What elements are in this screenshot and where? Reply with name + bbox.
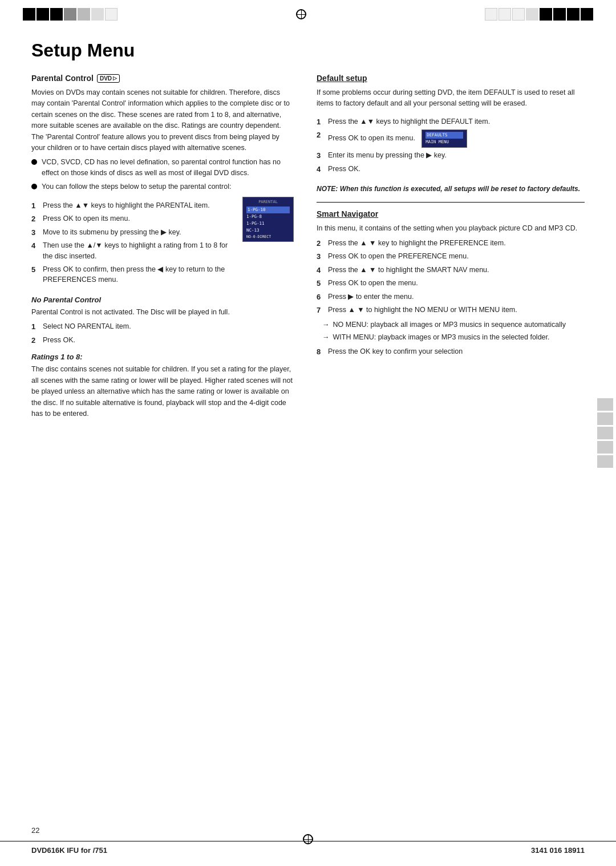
- smart-nav-final-step: 8 Press the OK key to confirm your selec…: [317, 346, 585, 358]
- smart-navigator-steps-list: 2 Press the ▲ ▼ key to highlight the PRE…: [317, 238, 585, 316]
- arrow-item-with-menu: → WITH MENU: playback images or MP3 musi…: [322, 332, 585, 343]
- smart-navigator-title: Smart Navigator: [317, 209, 378, 218]
- side-tab-marks: [597, 398, 616, 468]
- side-mark-3: [597, 427, 613, 439]
- bullet-text-1: VCD, SVCD, CD has no level defination, s…: [42, 157, 294, 179]
- side-mark-1: [597, 398, 613, 411]
- reg-sq-6: [91, 8, 104, 21]
- ratings-desc: The disc contains scenes not suitable fo…: [31, 364, 294, 419]
- main-content: Setup Menu Parental Control DVD Movies o…: [0, 29, 616, 457]
- with-menu-text: WITH MENU: playback images or MP3 musics…: [333, 332, 550, 343]
- reg-sq-r7: [567, 8, 579, 21]
- page-number: 22: [31, 826, 39, 835]
- default-step-text-3: Enter its menu by pressing the ▶ key.: [328, 150, 447, 161]
- step-text-5: Press OK to confirm, then press the ◀ ke…: [43, 264, 237, 286]
- reg-circle-top: [296, 9, 306, 19]
- step-2: 2 Press OK to open its menu.: [31, 213, 237, 225]
- ratings-title: Ratings 1 to 8:: [31, 353, 83, 361]
- side-mark-4: [597, 441, 613, 454]
- smart-nav-step-text-2: Press the ▲ ▼ key to highlight the PREFE…: [328, 238, 506, 249]
- default-steps-col: 1 Press the ▲▼ keys to highlight the DEF…: [317, 113, 585, 179]
- reg-sq-r6: [553, 8, 566, 21]
- top-registration-bar: [0, 0, 616, 29]
- bullet-item-2: You can follow the steps below to setup …: [31, 181, 294, 192]
- smart-nav-step-5: 5 Press OK to open the menu.: [317, 278, 585, 289]
- parental-menu-thumb: PARENTAL 1-PG-10 1-PG-8 1-PG-11 NC-13 NO…: [242, 197, 294, 242]
- smart-nav-step-text-6: Press ▶ to enter the menu.: [328, 292, 414, 302]
- step-5: 5 Press OK to confirm, then press the ◀ …: [31, 264, 237, 286]
- default-setup-desc: If some problems occur during setting DV…: [317, 87, 585, 110]
- default-setup-section: Default setup If some problems occur dur…: [317, 74, 585, 194]
- step-text-2: Press OK to open its menu.: [43, 213, 130, 224]
- no-parental-steps: 1 Select NO PARENTAL item. 2 Press OK.: [31, 321, 294, 346]
- step-num-5: 5: [31, 264, 39, 276]
- arrow-icon-1: →: [322, 319, 330, 330]
- no-parental-step-text-2: Press OK.: [43, 335, 75, 346]
- parental-control-intro: Movies on DVDs may contain scenes not su…: [31, 87, 294, 153]
- default-setup-title: Default setup: [317, 74, 367, 83]
- no-parental-title: No Parental Control: [31, 296, 101, 304]
- footer-left: DVD616K IFU for /751: [31, 846, 107, 855]
- section-divider: [317, 202, 585, 203]
- parental-steps-list: 1 Press the ▲▼ keys to highlight the PAR…: [31, 200, 237, 286]
- reg-sq-r8: [581, 8, 593, 21]
- reg-sq-r5: [540, 8, 552, 21]
- step-num-1: 1: [31, 200, 39, 212]
- defaults-menu-thumb: DEFAULTS MAIN MENU: [422, 130, 467, 148]
- no-parental-desc: Parental Control is not activated. The D…: [31, 307, 294, 318]
- default-step-2: 2 Press OK to open its menu. DEFAULTS MA…: [317, 130, 585, 148]
- parental-menu-image: PARENTAL 1-PG-10 1-PG-8 1-PG-11 NC-13 NO…: [242, 197, 294, 242]
- step-num-2: 2: [31, 213, 39, 225]
- default-steps-list: 1 Press the ▲▼ keys to highlight the DEF…: [317, 116, 585, 175]
- arrow-icon-2: →: [322, 332, 330, 343]
- side-mark-2: [597, 412, 613, 425]
- smart-nav-step-text-8: Press the OK key to confirm your selecti…: [328, 346, 463, 357]
- no-parental-step-text-1: Select NO PARENTAL item.: [43, 321, 131, 332]
- smart-navigator-heading: Smart Navigator: [317, 209, 585, 218]
- bullet-dot-2: [31, 184, 37, 189]
- default-note: NOTE: When this function is executed, al…: [317, 184, 585, 194]
- default-step-text-2: Press OK to open its menu. DEFAULTS MAIN…: [328, 130, 467, 148]
- reg-sq-2: [37, 8, 49, 21]
- footer-right: 3141 016 18911: [531, 846, 585, 855]
- smart-nav-step-4: 4 Press the ▲ ▼ to highlight the SMART N…: [317, 265, 585, 276]
- reg-sq-4: [64, 8, 76, 21]
- reg-center: [117, 9, 485, 19]
- smart-nav-step-text-4: Press the ▲ ▼ to highlight the SMART NAV…: [328, 265, 489, 276]
- page-title: Setup Menu: [31, 40, 585, 61]
- reg-sq-r4: [526, 8, 538, 21]
- reg-sq-7: [105, 8, 117, 21]
- default-steps-with-image: 1 Press the ▲▼ keys to highlight the DEF…: [317, 113, 585, 179]
- step-text-4: Then use the ▲/▼ keys to highlight a rat…: [43, 240, 237, 262]
- menu-row-highlight: 1-PG-10: [246, 207, 290, 213]
- default-step-3: 3 Enter its menu by pressing the ▶ key.: [317, 150, 585, 161]
- smart-nav-step-8: 8 Press the OK key to confirm your selec…: [317, 346, 585, 358]
- parental-control-title: Parental Control: [31, 74, 94, 83]
- smart-nav-step-text-3: Press OK to open the PREFERENCE menu.: [328, 251, 469, 262]
- default-step-1: 1 Press the ▲▼ keys to highlight the DEF…: [317, 116, 585, 128]
- smart-navigator-section: Smart Navigator In this menu, it contain…: [317, 209, 585, 357]
- smart-nav-step-text-7: Press ▲ ▼ to highlight the NO MENU or WI…: [328, 305, 517, 315]
- no-parental-step-1: 1 Select NO PARENTAL item.: [31, 321, 294, 333]
- no-parental-heading: No Parental Control: [31, 296, 294, 304]
- parental-steps-col: 1 Press the ▲▼ keys to highlight the PAR…: [31, 197, 237, 289]
- parental-control-heading: Parental Control DVD: [31, 74, 294, 83]
- ratings-heading: Ratings 1 to 8:: [31, 353, 294, 361]
- smart-nav-step-2: 2 Press the ▲ ▼ key to highlight the PRE…: [317, 238, 585, 249]
- no-menu-text: NO MENU: playback all images or MP3 musi…: [333, 319, 566, 330]
- left-column: Parental Control DVD Movies on DVDs may …: [31, 74, 294, 423]
- default-step-4: 4 Press OK.: [317, 164, 585, 175]
- reg-sq-r3: [512, 8, 525, 21]
- reg-sq-r2: [499, 8, 511, 21]
- default-step-text-4: Press OK.: [328, 164, 360, 175]
- smart-nav-step-7: 7 Press ▲ ▼ to highlight the NO MENU or …: [317, 305, 585, 316]
- step-text-3: Move to its submenu by pressing the ▶ ke…: [43, 227, 181, 238]
- parental-control-bullets: VCD, SVCD, CD has no level defination, s…: [31, 157, 294, 192]
- reg-sq-3: [50, 8, 63, 21]
- two-column-layout: Parental Control DVD Movies on DVDs may …: [31, 74, 585, 423]
- default-setup-heading: Default setup: [317, 74, 585, 83]
- smart-nav-step-text-5: Press OK to open the menu.: [328, 278, 418, 289]
- smart-nav-step-6: 6 Press ▶ to enter the menu.: [317, 292, 585, 303]
- right-column: Default setup If some problems occur dur…: [317, 74, 585, 423]
- reg-squares-left: [23, 8, 117, 21]
